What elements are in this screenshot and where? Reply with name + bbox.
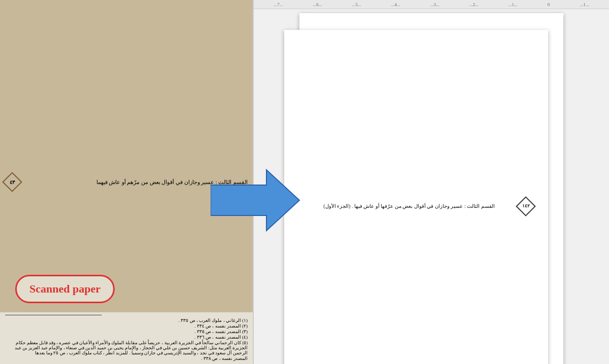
word-page-number-diamond: ١٤٢ xyxy=(516,196,536,216)
right-panel-word: ...7... ...6... ...5... ...4... ...3... … xyxy=(254,0,609,364)
left-footnote-5: (٥) كان الرحماني سالحاً في الجزيرة العرب… xyxy=(5,340,248,355)
left-footnote-2: (٢) المصدر نفسه ، ص ٣٣٤ . xyxy=(5,323,248,329)
left-footnotes: (١) الرغاني ، ملوك العرب ، ص ٣٣٥ . (٢) ا… xyxy=(0,312,253,364)
ruler: ...7... ...6... ...5... ...4... ...3... … xyxy=(254,0,609,9)
word-page-number: ١٤٢ xyxy=(522,202,530,210)
ruler-marks: ...7... ...6... ...5... ...4... ...3... … xyxy=(259,2,604,7)
word-document-page: ١٤٢ القسم الثالث : عسير وجازان في أقوال … xyxy=(299,13,563,364)
left-page-number: ٤٣ xyxy=(10,179,15,185)
left-footnote-3: (٣) المصدر نفسه ، ص ٣٣٥ . xyxy=(5,329,248,334)
direction-arrow xyxy=(211,167,302,233)
word-header-title: القسم الثالث : عسير وجازان في أقوال بعض … xyxy=(299,202,519,211)
left-footnote-6: المصدر نفسه ، ص ٣٣٨ . xyxy=(5,356,248,361)
scanned-paper-label: Scanned paper xyxy=(15,275,115,303)
left-footnote-1: (١) الرغاني ، ملوك العرب ، ص ٣٣٥ . xyxy=(5,318,248,323)
left-footnote-4: (٤) المصدر نفسه ، ص ٣٣٦ . xyxy=(5,335,248,340)
svg-marker-0 xyxy=(211,170,299,231)
word-page-header: ١٤٢ القسم الثالث : عسير وجازان في أقوال … xyxy=(284,30,548,364)
